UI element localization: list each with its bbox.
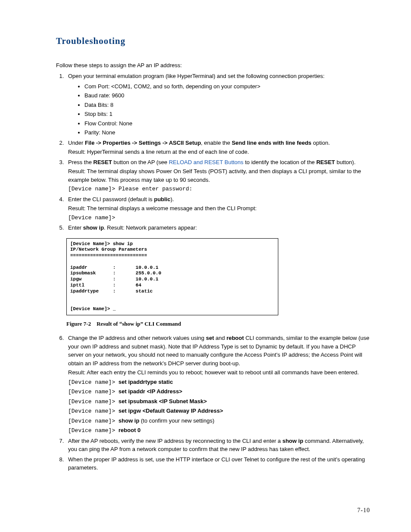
text: button). bbox=[335, 159, 356, 165]
text-bold: set bbox=[206, 335, 214, 341]
text-bold: File -> Properties -> Settings -> ASCII … bbox=[85, 140, 201, 146]
cli-screenshot: [Device Name]> show ip IP/Network Group … bbox=[66, 238, 278, 315]
intro-text: Follow these steps to assign the AP an I… bbox=[56, 61, 370, 70]
cli-command: [Device name]> set ipsubmask <IP Subnet … bbox=[68, 397, 370, 406]
text: . Result: Network parameters appear: bbox=[104, 224, 197, 231]
text-bold: RESET bbox=[316, 159, 335, 165]
text: Enter bbox=[68, 224, 83, 231]
text: Under bbox=[68, 140, 85, 146]
cli-command: [Device name]> show ip (to confirm your … bbox=[68, 417, 370, 426]
text: Change the IP address and other network … bbox=[68, 335, 206, 341]
list-item: Com Port: <COM1, COM2, and so forth, dep… bbox=[84, 82, 370, 91]
cli-output: [Device name]> bbox=[68, 214, 370, 222]
step-8: When the proper IP address is set, use t… bbox=[65, 455, 370, 472]
list-item: Parity: None bbox=[84, 128, 370, 137]
cli-command: [Device name]> set ipaddr <IP Address> bbox=[68, 387, 370, 396]
cli-output: [Device name]> Please enter password: bbox=[68, 185, 370, 193]
text-bold: Send line ends with line feeds bbox=[232, 140, 311, 146]
figure-label: Figure 7-2 bbox=[66, 320, 91, 327]
list-item: Baud rate: 9600 bbox=[84, 91, 370, 100]
text: After the AP reboots, verify the new IP … bbox=[68, 438, 282, 444]
cli-command: [Device name]> set ipaddrtype static bbox=[68, 378, 370, 387]
text: and bbox=[214, 335, 227, 341]
list-item: Data Bits: 8 bbox=[84, 101, 370, 109]
step-6: Change the IP address and other network … bbox=[65, 334, 370, 435]
figure-caption: Figure 7-2 Result of “show ip” CLI Comma… bbox=[66, 320, 370, 328]
step6-result: Result: After each entry the CLI reminds… bbox=[68, 368, 370, 377]
step4-result: Result: The terminal displays a welcome … bbox=[68, 204, 370, 213]
cli-screenshot-content: [Device Name]> show ip IP/Network Group … bbox=[67, 239, 278, 315]
text: ). bbox=[171, 196, 174, 202]
text-bold: show ip bbox=[83, 224, 104, 231]
text: to identify the location of the bbox=[243, 159, 316, 165]
text-bold: reboot bbox=[227, 335, 244, 341]
text-bold: show ip bbox=[282, 438, 303, 444]
steps-list: Open your terminal emulation program (li… bbox=[56, 72, 370, 232]
page-heading: Troubleshooting bbox=[56, 34, 370, 48]
list-item: Flow Control: None bbox=[84, 119, 370, 128]
figure-title: Result of “show ip” CLI Command bbox=[97, 320, 181, 327]
step-4: Enter the CLI password (default is publi… bbox=[65, 195, 370, 222]
step1-bullets: Com Port: <COM1, COM2, and so forth, dep… bbox=[68, 82, 370, 137]
cli-command: [Device name]> reboot 0 bbox=[68, 426, 370, 435]
reload-reset-link[interactable]: RELOAD and RESET Buttons bbox=[169, 159, 243, 165]
step2-result: Result: HyperTerminal sends a line retur… bbox=[68, 148, 370, 156]
step1-text: Open your terminal emulation program (li… bbox=[68, 73, 324, 79]
step-1: Open your terminal emulation program (li… bbox=[65, 72, 370, 137]
cli-command: [Device name]> set ipgw <Default Gateway… bbox=[68, 407, 370, 416]
step3-result: Result: The terminal display shows Power… bbox=[68, 167, 370, 184]
text-bold: RESET bbox=[93, 159, 112, 165]
text-bold: public bbox=[154, 196, 170, 202]
text: button on the AP (see bbox=[112, 159, 169, 165]
step-2: Under File -> Properties -> Settings -> … bbox=[65, 139, 370, 156]
list-item: Stop bits: 1 bbox=[84, 110, 370, 118]
text: option. bbox=[311, 140, 330, 146]
step-7: After the AP reboots, verify the new IP … bbox=[65, 437, 370, 454]
text: , enable the bbox=[201, 140, 232, 146]
steps-list-cont: Change the IP address and other network … bbox=[56, 334, 370, 472]
text: Enter the CLI password (default is bbox=[68, 196, 154, 202]
text: Press the bbox=[68, 159, 93, 165]
step-5: Enter show ip. Result: Network parameter… bbox=[65, 224, 370, 232]
step-3: Press the RESET button on the AP (see RE… bbox=[65, 158, 370, 193]
